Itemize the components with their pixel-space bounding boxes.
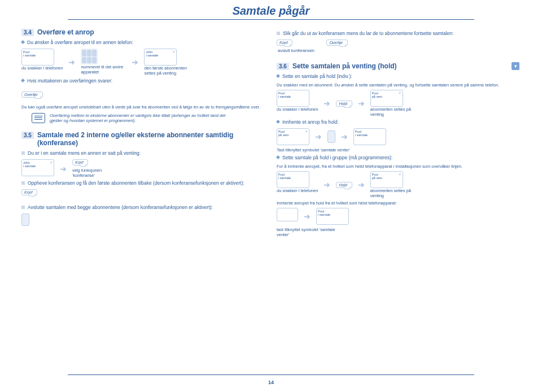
transfer-softkey[interactable]: Overfør xyxy=(326,40,348,46)
section-title: Sette samtalen på venting (hold) xyxy=(292,62,397,70)
phone-line: i samtale xyxy=(146,54,175,57)
section-number: 3.6 xyxy=(277,63,289,70)
right-column: Slik går du ut av konferansen mens du la… xyxy=(277,28,519,239)
conference-softkey[interactable]: Konf xyxy=(72,159,88,165)
step-row: ➜ Poul i samtale xyxy=(277,208,519,225)
phone-display: Poul i samtale xyxy=(277,171,309,188)
phone-line: på vent xyxy=(372,95,401,98)
diamond-bullet-icon xyxy=(276,155,280,159)
section-number: 3.5 xyxy=(21,132,34,139)
page-title: Samtale pågår xyxy=(0,5,542,18)
square-bullet-icon xyxy=(277,32,280,35)
sub-heading: Sette en samtale på hold (indiv.): xyxy=(277,73,519,79)
arrow-icon: ➜ xyxy=(358,99,365,108)
chevron-down-icon: ▾ xyxy=(512,62,519,70)
hold-indicator-icon: ♪ xyxy=(50,160,52,164)
step-row: Poul i samtale du snakker i telefonen ➜ … xyxy=(21,49,264,76)
phone-line: i samtale xyxy=(318,213,347,216)
intro-text: Du ønsker å overføre anropet til en anne… xyxy=(27,40,133,45)
sub-text: Innhente et anrop fra hold: xyxy=(282,119,339,125)
phone-display: ♪ Poul på vent xyxy=(370,90,403,107)
body-text: Avslutte samtalen med begge abonnentene … xyxy=(28,204,213,210)
hold-indicator-icon: ♪ xyxy=(399,91,401,94)
section-3-4-header: 3.4 Overføre et anrop xyxy=(21,28,264,36)
hold-indicator-icon: ♪ xyxy=(305,129,307,133)
keypad-icon xyxy=(81,49,98,64)
phone-display: Poul i samtale xyxy=(277,90,309,107)
arrow-icon: ➜ xyxy=(315,132,322,141)
transfer-softkey[interactable]: Overfør xyxy=(21,92,43,98)
sub-text: Hvis mottakeren av overføringen svarer: xyxy=(27,78,112,84)
diamond-bullet-icon xyxy=(21,79,25,82)
arrow-icon: ➜ xyxy=(132,58,138,67)
phone-line: i samtale xyxy=(23,164,53,168)
phone-small-icon xyxy=(277,208,298,221)
body-text: Du kan også overføre anropet umiddelbart… xyxy=(21,104,264,110)
phone-display: ♪ John i samtale xyxy=(144,49,177,66)
hold-softkey[interactable]: Hold xyxy=(336,182,352,188)
phone-display: ♪ Poul på vent xyxy=(277,128,309,145)
diamond-bullet-icon xyxy=(276,120,280,124)
intro-text: Du er i en samtale mens en annen er satt… xyxy=(28,150,141,156)
step-caption: abonnenten settes på venting xyxy=(370,188,416,198)
conference-softkey[interactable]: Konf xyxy=(21,189,37,195)
phone-display: Poul i samtale xyxy=(353,128,386,145)
footer-divider xyxy=(68,374,474,375)
note-text: Overføring mellom to eksterne abonnenter… xyxy=(50,113,230,123)
section-intro: Du er i en samtale mens en annen er satt… xyxy=(21,150,264,156)
arrow-icon: ➜ xyxy=(68,58,75,67)
step-caption: avslutt konferansen xyxy=(278,48,323,53)
body-text: Tast tilknyttet symbolet 'samtale venter… xyxy=(277,147,519,153)
body-line: Oppheve konferansen og få den første abo… xyxy=(21,180,264,186)
phone-line: på vent xyxy=(372,176,401,180)
hold-indicator-icon: ♪ xyxy=(173,50,174,53)
phone-display: Poul i samtale xyxy=(316,208,349,225)
square-bullet-icon xyxy=(21,206,25,209)
step-row: ♪ John i samtale ➜ Konf velg funksjonen … xyxy=(21,159,264,178)
intro-text: Slik går du ut av konferansen mens du la… xyxy=(283,31,453,36)
conference-softkey[interactable]: Konf xyxy=(277,40,292,46)
top-intro: Slik går du ut av konferansen mens du la… xyxy=(277,31,519,36)
softkey-row: Konf xyxy=(21,189,264,195)
body-text: Innhente anropet fra hold fra et hvilket… xyxy=(277,201,519,206)
page-number: 14 xyxy=(0,380,542,385)
square-bullet-icon xyxy=(21,181,25,185)
phone-display: ♪ John i samtale xyxy=(21,159,54,176)
phone-line: i samtale xyxy=(278,176,308,180)
sub-text: Sette en samtale på hold (indiv.): xyxy=(282,73,352,79)
step-row: ♪ Poul på vent ➜ ➜ Poul i samtale xyxy=(277,128,519,145)
handset-icon xyxy=(327,130,335,143)
square-bullet-icon xyxy=(21,151,25,155)
body-text: For å innhente anropet, fra et hvilket s… xyxy=(277,164,519,169)
softkey-row: Konf Overfør xyxy=(277,40,519,46)
arrow-icon: ➜ xyxy=(304,212,311,221)
section-number: 3.4 xyxy=(21,29,34,36)
hold-softkey[interactable]: Hold xyxy=(336,101,352,107)
phone-line: i samtale xyxy=(355,133,384,137)
step-row: Poul i samtale du snakker i telefonen ➜ … xyxy=(277,171,519,198)
arrow-icon: ➜ xyxy=(358,180,365,189)
body-line: Avslutte samtalen med begge abonnentene … xyxy=(21,204,264,210)
phone-line: på vent xyxy=(278,133,308,137)
body-text: Oppheve konferansen og få den første abo… xyxy=(28,180,244,186)
body-text: Du snakker med en abonnent. Du ønsker å … xyxy=(277,82,519,88)
diamond-bullet-icon xyxy=(276,74,280,78)
sub-text: Sette samtale på hold i gruppe (må progr… xyxy=(282,155,392,160)
note-box: Overføring mellom to eksterne abonnenter… xyxy=(32,113,264,123)
body-text: tast tilknyttet symbolet 'samtale venter… xyxy=(277,227,344,237)
sub-heading: Innhente et anrop fra hold: xyxy=(277,119,519,125)
phone-display: ♪ Poul på vent xyxy=(370,171,403,188)
step-caption: du snakker i telefonen xyxy=(277,107,318,112)
step-caption: velg funksjonen 'konferanse' xyxy=(72,168,117,178)
step-caption: den første abonnenten settes på venting xyxy=(144,66,189,76)
title-underline xyxy=(68,19,474,20)
arrow-icon: ➜ xyxy=(60,164,67,173)
section-title: Samtale med 2 interne og/eller eksterne … xyxy=(37,131,264,147)
step-caption: nummeret til det andre apparatet xyxy=(81,64,126,75)
arrow-icon: ➜ xyxy=(324,180,330,189)
section-intro: Du ønsker å overføre anropet til en anne… xyxy=(21,40,264,45)
arrow-icon: ➜ xyxy=(341,132,348,141)
section-title: Overføre et anrop xyxy=(37,28,94,36)
section-3-6-header: 3.6 Sette samtalen på venting (hold) ▾ xyxy=(277,62,519,70)
handset-row xyxy=(21,214,264,226)
